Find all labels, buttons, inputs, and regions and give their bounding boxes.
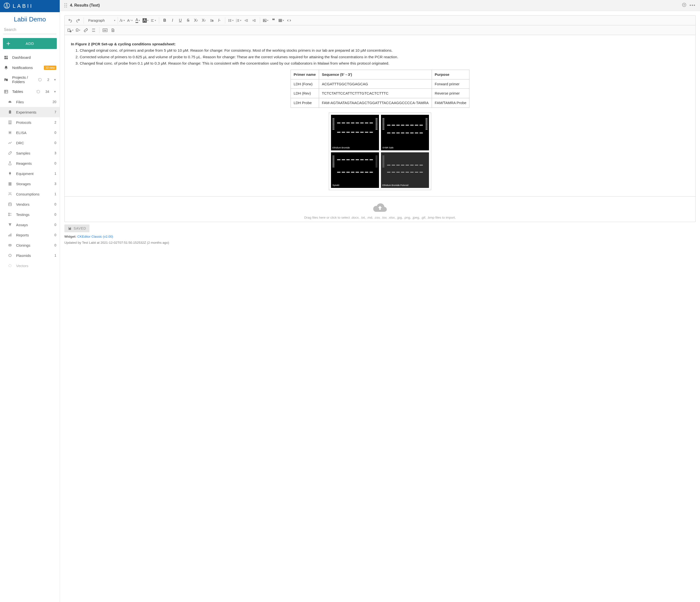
main: 4. Results (Text) ••• Paragraph▾ AI▾ A⁼▾… [60, 0, 700, 602]
table-header: Purpose [432, 70, 470, 79]
pdf-icon[interactable]: PDF [101, 27, 109, 34]
nav-table-testings[interactable]: Testings0 [0, 209, 60, 220]
dashboard-icon [3, 55, 9, 60]
nav-table-drc[interactable]: DRC0 [0, 138, 60, 148]
svg-rect-22 [8, 183, 11, 184]
nav-label: DRC [16, 141, 24, 145]
blockquote-icon[interactable]: ❝ [270, 17, 277, 24]
number-list-icon[interactable]: 123▾ [235, 17, 242, 24]
image-icon[interactable]: ▾ [262, 17, 269, 24]
svg-rect-31 [11, 233, 11, 236]
font-family-icon[interactable]: AI▾ [119, 17, 126, 24]
list-item: Changed original conc. of primers and pr… [80, 48, 689, 53]
strikethrough-icon[interactable]: S [184, 17, 192, 24]
table-insert-icon[interactable]: ▾ [278, 17, 285, 24]
rich-text-editor: Paragraph▾ AI▾ A⁼▾ A▾ A▾ ▾ B I U S X2 X2… [64, 15, 696, 222]
nav-notifications[interactable]: Notifications 10 new [0, 62, 60, 73]
special-char-icon[interactable]: Ω▾ [74, 27, 82, 34]
link-icon[interactable] [82, 27, 90, 34]
svg-rect-30 [10, 234, 10, 236]
add-circle-icon[interactable] [682, 2, 686, 8]
nav-label: Dashboard [12, 55, 31, 60]
nav-table-reports[interactable]: Reports0 [0, 230, 60, 240]
svg-rect-29 [8, 235, 9, 236]
undo-icon[interactable] [67, 17, 74, 24]
nav-count: 34 [46, 90, 49, 94]
add-button[interactable]: ADD [3, 38, 57, 49]
nav-table-equipment[interactable]: Equipment1 [0, 169, 60, 179]
widget-meta: Widget: CKEditor Classic (v2.00) [64, 235, 696, 239]
nav-count: 1 [54, 172, 56, 175]
nav-table-elisa[interactable]: ELISA0 [0, 127, 60, 138]
gel-label: Syto60 [332, 184, 339, 187]
insert-variable-icon[interactable]: ▾ [67, 27, 74, 34]
upload-zone[interactable]: Drag files here or click to select .docx… [65, 196, 695, 222]
search-input[interactable] [3, 26, 56, 34]
save-icon [68, 226, 72, 230]
lock-format-icon[interactable] [208, 17, 215, 24]
brand-logo-icon [3, 2, 10, 10]
indent-icon[interactable] [251, 17, 258, 24]
saved-button: SAVED [64, 224, 90, 232]
chevron-down-icon[interactable]: ▼ [54, 78, 56, 81]
clear-format-icon[interactable]: I× [216, 17, 223, 24]
refresh-icon[interactable] [36, 90, 40, 94]
nav-table-reagents[interactable]: Reagents0 [0, 158, 60, 169]
nav-table-vectors[interactable]: Vectors [0, 260, 60, 271]
editor-content[interactable]: In Figure 2 (PCR Set-up & cycling condit… [65, 35, 695, 196]
nav-table-samples[interactable]: Samples3 [0, 148, 60, 158]
store-icon [7, 202, 13, 207]
nav-table-storages[interactable]: Storages3 [0, 179, 60, 189]
redo-icon[interactable] [74, 17, 82, 24]
nav-table-experiments[interactable]: Experiments7 [0, 107, 60, 117]
align-icon[interactable]: ▾ [150, 17, 157, 24]
nav-label: Reagents [16, 161, 32, 166]
bullet-list-icon[interactable]: ▾ [227, 17, 234, 24]
document-icon[interactable] [109, 27, 117, 34]
gel-figure: Ethidium Bromide SYBR Safe [329, 112, 431, 190]
gel-image: Ethidium Bromide Poloroid [381, 152, 429, 188]
chevron-down-icon[interactable]: ▼ [54, 90, 56, 93]
nav-count: 0 [54, 243, 56, 247]
nav-count: 0 [54, 223, 56, 227]
outdent-icon[interactable] [243, 17, 250, 24]
nav-tables[interactable]: Tables 34 ▼ [0, 86, 60, 97]
paragraph-dropdown[interactable]: Paragraph▾ [86, 17, 118, 24]
clipboard-icon [7, 109, 13, 115]
italic-icon[interactable]: I [169, 17, 176, 24]
editor-toolbar: Paragraph▾ AI▾ A⁼▾ A▾ A▾ ▾ B I U S X2 X2… [65, 16, 695, 25]
font-size-icon[interactable]: A⁼▾ [126, 17, 133, 24]
nav-table-vendors[interactable]: Vendors0 [0, 199, 60, 209]
more-icon[interactable]: ••• [690, 3, 696, 8]
superscript-icon[interactable]: X2 [200, 17, 207, 24]
nav-count: 20 [52, 100, 56, 104]
list-item: Changed final conc. of probe from 0.1 µM… [80, 61, 689, 66]
change-list: Changed original conc. of primers and pr… [71, 48, 689, 66]
code-icon[interactable] [285, 17, 293, 24]
nav-table-protocols[interactable]: Protocols2 [0, 117, 60, 127]
nav-table-files[interactable]: Files20 [0, 97, 60, 107]
subscript-icon[interactable]: X2 [192, 17, 200, 24]
svg-rect-4 [4, 58, 6, 59]
page-break-icon[interactable] [90, 27, 97, 34]
nav-table-assays[interactable]: Assays0 [0, 220, 60, 230]
plug-icon [7, 171, 13, 176]
nav-dashboard[interactable]: Dashboard [0, 52, 60, 62]
nav-table-plasmids[interactable]: Plasmids1 [0, 250, 60, 260]
nav-table-consumptions[interactable]: Consumptions1 [0, 189, 60, 199]
font-color-icon[interactable]: A▾ [134, 17, 141, 24]
underline-icon[interactable]: U [177, 17, 184, 24]
nav-label: Experiments [16, 110, 36, 114]
refresh-icon[interactable] [38, 78, 42, 82]
nav-table-clonings[interactable]: Clonings0 [0, 240, 60, 250]
highlight-icon[interactable]: A▾ [142, 17, 149, 24]
nav-label: Reports [16, 233, 29, 237]
nav-label: Vectors [16, 264, 28, 268]
bold-icon[interactable]: B [161, 17, 169, 24]
nav-projects-folders[interactable]: Projects / Folders 2 ▼ [0, 73, 60, 86]
nav-label: Projects / Folders [12, 75, 34, 84]
nav-count: 3 [54, 151, 56, 155]
widget-link[interactable]: CKEditor Classic (v2.00) [77, 235, 113, 239]
gel-image: SYBR Safe [381, 115, 429, 150]
drag-handle-icon[interactable] [64, 3, 67, 7]
